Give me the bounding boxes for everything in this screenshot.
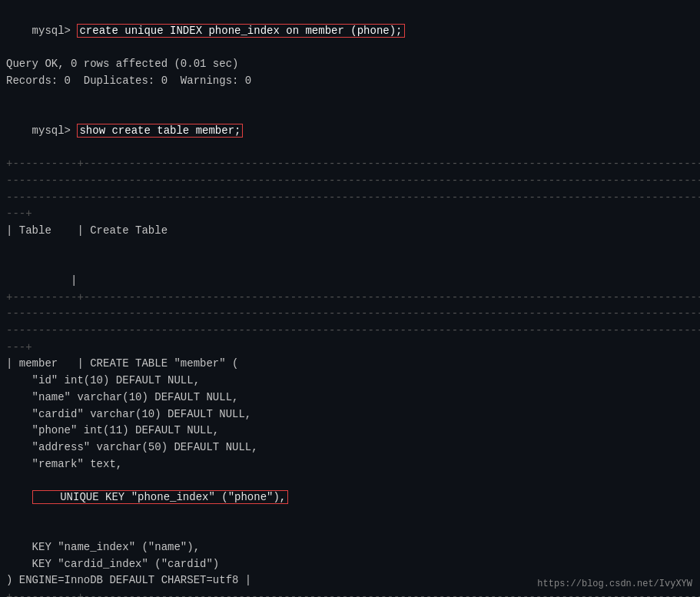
cmd-2: show create table member;	[77, 124, 243, 138]
line-3: Records: 0 Duplicates: 0 Warnings: 0	[0, 73, 700, 90]
prompt-1: mysql>	[32, 25, 78, 37]
row-id: "id" int(10) DEFAULT NULL,	[0, 373, 700, 390]
line-2: Query OK, 0 rows affected (0.01 sec)	[0, 56, 700, 73]
row-name: "name" varchar(10) DEFAULT NULL,	[0, 390, 700, 406]
sep-9: +----------+----------------------------…	[0, 589, 700, 597]
sep-2: ----------------------------------------…	[0, 173, 700, 190]
line-5: mysql> show create table member;	[0, 106, 700, 156]
terminal-window: mysql> create unique INDEX phone_index o…	[0, 0, 700, 597]
sep-8: ---+	[0, 340, 700, 357]
row-cardid: "cardid" varchar(10) DEFAULT NULL,	[0, 406, 700, 423]
footer-link: https://blog.csdn.net/IvyXYW	[537, 579, 692, 589]
row-member: | member | CREATE TABLE "member" (	[0, 356, 700, 373]
line-blank-1	[0, 89, 700, 106]
line-blank-2	[0, 240, 700, 257]
sep-1: +----------+----------------------------…	[0, 156, 700, 173]
row-cardid-index: KEY "cardid_index" ("cardid")	[0, 556, 700, 573]
sep-3: ----------------------------------------…	[0, 190, 700, 207]
row-remark: "remark" text,	[0, 456, 700, 473]
sep-6: ----------------------------------------…	[0, 306, 700, 323]
row-unique-key: UNIQUE KEY "phone_index" ("phone"), 唯一键索…	[0, 473, 700, 539]
line-1: mysql> create unique INDEX phone_index o…	[0, 6, 700, 56]
row-address: "address" varchar(50) DEFAULT NULL,	[0, 439, 700, 456]
prompt-2: mysql>	[32, 124, 78, 137]
row-phone: "phone" int(11) DEFAULT NULL,	[0, 423, 700, 439]
line-blank-3	[0, 256, 700, 273]
sep-7: ----------------------------------------…	[0, 323, 700, 340]
sep-5: +----------+----------------------------…	[0, 290, 700, 307]
line-pipe: |	[0, 273, 700, 290]
table-header: | Table | Create Table	[0, 223, 700, 240]
row-name-index: KEY "name_index" ("name"),	[0, 539, 700, 556]
sep-4: ---+	[0, 206, 700, 223]
cmd-1: create unique INDEX phone_index on membe…	[77, 24, 404, 38]
unique-key-highlight: UNIQUE KEY "phone_index" ("phone"),	[32, 490, 289, 504]
